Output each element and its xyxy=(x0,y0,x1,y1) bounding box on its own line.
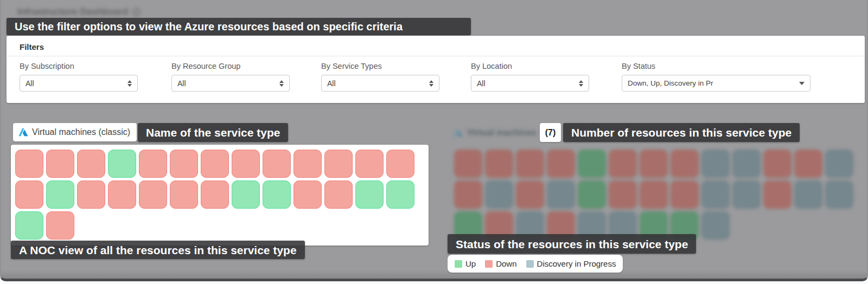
noc-square-down[interactable] xyxy=(15,150,43,178)
noc-square-down[interactable] xyxy=(170,150,198,178)
noc-square-down[interactable] xyxy=(293,150,322,178)
noc-square-up[interactable] xyxy=(46,180,74,209)
legend-label: Up xyxy=(465,259,476,268)
select-arrows-icon xyxy=(429,80,433,87)
page-title: Infrastructure Dashboard i xyxy=(17,7,141,17)
noc-square-progress[interactable] xyxy=(732,180,761,209)
noc-square-up[interactable] xyxy=(578,150,606,178)
filter-label: By Service Types xyxy=(321,62,439,70)
resource-count-badge: (7) xyxy=(540,123,561,142)
noc-square-down[interactable] xyxy=(609,150,637,178)
selected-value: All xyxy=(327,79,336,88)
noc-square-up[interactable] xyxy=(15,211,43,240)
legend-label: Down xyxy=(496,259,516,268)
selected-value: All xyxy=(177,79,186,88)
noc-square-down[interactable] xyxy=(355,150,384,178)
filter-group-resource-group: By Resource Group All xyxy=(171,62,290,92)
noc-square-up[interactable] xyxy=(578,180,606,209)
noc-square-down[interactable] xyxy=(763,150,792,178)
noc-square-down[interactable] xyxy=(15,180,43,209)
noc-square-down[interactable] xyxy=(609,180,637,209)
noc-square-down[interactable] xyxy=(516,180,544,209)
noc-grid-right xyxy=(454,150,853,242)
noc-square-progress[interactable] xyxy=(825,150,853,178)
legend-item-discovery: Discovery in Progress xyxy=(526,259,616,268)
up-status-chip xyxy=(455,260,462,268)
filter-label: By Status xyxy=(622,62,810,70)
service-card-header-left[interactable]: Virtual machines (classic) xyxy=(13,123,137,141)
service-types-select[interactable]: All xyxy=(321,75,439,92)
noc-row xyxy=(15,180,429,209)
noc-square-up[interactable] xyxy=(355,180,384,209)
service-card-header-right[interactable]: Virtual machines xyxy=(453,125,537,140)
noc-row xyxy=(15,211,429,240)
status-select[interactable]: Down, Up, Discovery in Pr xyxy=(622,75,810,92)
noc-square-down[interactable] xyxy=(547,150,575,178)
noc-square-progress[interactable] xyxy=(547,180,575,209)
noc-square-down[interactable] xyxy=(139,180,167,209)
selected-value: Down, Up, Discovery in Pr xyxy=(628,79,713,87)
noc-square-down[interactable] xyxy=(263,150,291,178)
divider xyxy=(7,56,865,56)
noc-square-progress[interactable] xyxy=(701,180,730,209)
noc-square-up[interactable] xyxy=(263,180,291,209)
status-legend: Up Down Discovery in Progress xyxy=(448,255,623,273)
noc-square-down[interactable] xyxy=(485,150,513,178)
select-arrows-icon xyxy=(579,80,583,87)
noc-square-up[interactable] xyxy=(232,180,260,209)
filter-label: By Subscription xyxy=(20,62,138,70)
noc-square-down[interactable] xyxy=(170,180,198,209)
select-arrows-icon xyxy=(279,80,284,87)
noc-square-down[interactable] xyxy=(46,211,74,240)
noc-card-left xyxy=(11,145,429,246)
noc-square-down[interactable] xyxy=(324,180,353,209)
filters-panel: Filters By Subscription All By Resource … xyxy=(7,36,865,103)
noc-square-up[interactable] xyxy=(108,150,136,178)
noc-square-progress[interactable] xyxy=(732,150,761,178)
noc-square-progress[interactable] xyxy=(701,211,730,240)
noc-square-down[interactable] xyxy=(516,150,544,178)
filter-group-status: By Status Down, Up, Discovery in Pr xyxy=(622,62,810,92)
noc-square-down[interactable] xyxy=(640,150,668,178)
selected-value: All xyxy=(477,79,486,88)
noc-square-down[interactable] xyxy=(454,150,482,178)
noc-square-down[interactable] xyxy=(293,180,322,209)
noc-square-down[interactable] xyxy=(763,180,792,209)
legend-item-down: Down xyxy=(485,259,516,268)
noc-square-down[interactable] xyxy=(324,150,353,178)
noc-square-progress[interactable] xyxy=(485,180,513,209)
noc-square-down[interactable] xyxy=(201,180,229,209)
noc-square-down[interactable] xyxy=(77,180,105,209)
noc-square-progress[interactable] xyxy=(825,180,853,209)
noc-square-progress[interactable] xyxy=(701,150,730,178)
noc-square-progress[interactable] xyxy=(794,180,822,209)
filter-label: By Resource Group xyxy=(171,62,290,70)
noc-square-down[interactable] xyxy=(640,180,668,209)
filters-title: Filters xyxy=(20,42,44,51)
noc-square-down[interactable] xyxy=(671,150,699,178)
callout-filters: Use the filter options to view the Azure… xyxy=(7,18,471,35)
noc-square-down[interactable] xyxy=(232,150,260,178)
resource-group-select[interactable]: All xyxy=(171,75,290,92)
location-select[interactable]: All xyxy=(471,75,589,92)
azure-icon xyxy=(18,127,28,137)
callout-noc-view: A NOC view of all the resources in this … xyxy=(11,241,305,259)
noc-square-down[interactable] xyxy=(77,150,105,178)
noc-square-down[interactable] xyxy=(386,150,414,178)
noc-square-down[interactable] xyxy=(46,150,74,178)
noc-square-down[interactable] xyxy=(454,180,482,209)
noc-square-down[interactable] xyxy=(201,150,229,178)
filter-group-location: By Location All xyxy=(471,62,589,92)
noc-row xyxy=(454,150,853,178)
info-icon: i xyxy=(132,8,141,16)
down-status-chip xyxy=(485,260,493,268)
service-name: Virtual machines xyxy=(467,128,537,138)
noc-square-down[interactable] xyxy=(671,180,699,209)
subscription-select[interactable]: All xyxy=(20,75,138,92)
noc-square-down[interactable] xyxy=(794,150,822,178)
noc-square-down[interactable] xyxy=(139,150,167,178)
noc-square-up[interactable] xyxy=(386,180,414,209)
noc-square-down[interactable] xyxy=(108,180,136,209)
callout-status: Status of the resources in this service … xyxy=(448,234,696,254)
callout-resource-count: Number of resources in this service type xyxy=(563,123,800,142)
